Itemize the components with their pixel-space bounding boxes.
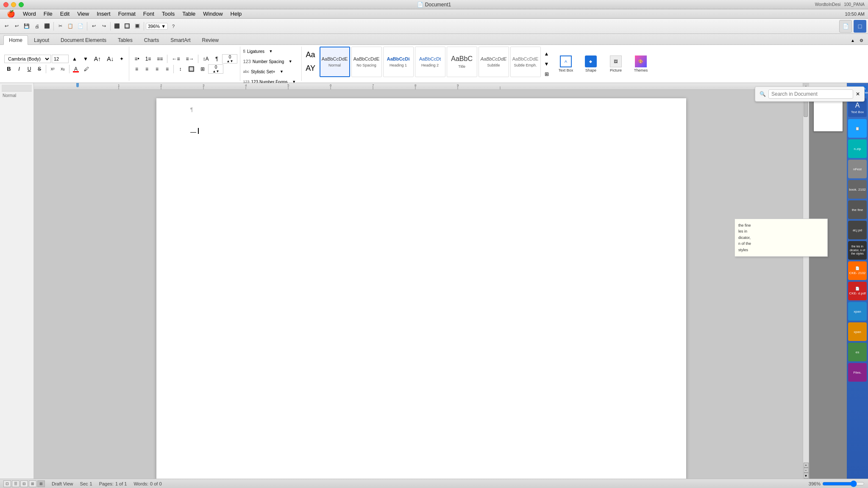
frp-item-xpan2[interactable]: xpan xyxy=(848,322,867,341)
styles-scroll-down[interactable]: ▼ xyxy=(542,59,552,69)
superscript-button[interactable]: X² xyxy=(48,64,57,74)
align-center[interactable]: ≡ xyxy=(142,64,151,74)
toolbar-redo[interactable]: ↪ xyxy=(99,22,108,31)
fullscreen-button[interactable] xyxy=(19,2,24,7)
italic-button[interactable]: I xyxy=(14,64,24,74)
view-btn-4[interactable]: ⊞ xyxy=(29,480,36,487)
menu-file[interactable]: File xyxy=(40,10,56,18)
styles-more[interactable]: ⊞ xyxy=(542,69,552,79)
zoom-display[interactable]: 396% ▼ xyxy=(146,23,168,30)
multilevel-button[interactable]: ≡≡ xyxy=(154,54,165,64)
toolbar-btn-1[interactable]: ↩ xyxy=(2,22,11,31)
zoom-plus[interactable]: + xyxy=(804,463,809,468)
toolbar-help[interactable]: ? xyxy=(169,22,178,31)
toolbar-icon-2[interactable]: □ xyxy=(854,20,866,33)
numbering-button[interactable]: 1≡ xyxy=(143,54,154,64)
minimize-button[interactable] xyxy=(11,2,16,7)
style-title[interactable]: AaBbC Title xyxy=(447,47,477,77)
show-para-button[interactable]: ¶ xyxy=(212,54,221,64)
menu-format[interactable]: Format xyxy=(115,10,139,18)
toolbar-select[interactable]: ⬛ xyxy=(112,22,122,31)
strikethrough-button[interactable]: S xyxy=(35,64,44,74)
ligatures-dropdown[interactable]: ▼ xyxy=(266,47,275,56)
tab-smartart[interactable]: SmartArt xyxy=(165,35,196,44)
change-case-icon2[interactable]: AY xyxy=(304,62,317,75)
frp-item-cke-pdf[interactable]: 📄 CKE- d.pdf xyxy=(848,282,867,300)
scroll-down-btn[interactable]: ▼ xyxy=(804,473,809,479)
view-btn-5[interactable]: ⊠ xyxy=(37,480,45,487)
menu-edit[interactable]: Edit xyxy=(57,10,73,18)
spacing-control-2[interactable]: 0▲▼ xyxy=(208,64,223,74)
toolbar-print[interactable]: 🖨 xyxy=(32,22,42,31)
insert-picture[interactable]: 🖼 Picture xyxy=(604,50,627,78)
toolbar-select3[interactable]: 🔳 xyxy=(133,22,142,31)
frp-item-es[interactable]: es xyxy=(848,343,867,361)
insert-textbox[interactable]: A Text Box xyxy=(554,50,577,78)
toolbar-icon-1[interactable]: 📄 xyxy=(839,20,852,33)
style-normal[interactable]: AaBbCcDdE Normal xyxy=(320,47,350,77)
frp-item-nfest[interactable]: nFest xyxy=(848,160,867,178)
font-size-up[interactable]: ▲ xyxy=(70,54,80,64)
sort-button[interactable]: ↕A xyxy=(200,54,211,64)
menu-window[interactable]: Window xyxy=(200,10,226,18)
menu-word[interactable]: Word xyxy=(19,10,39,18)
style-subtle-emph[interactable]: AaBbCcDdE Subtle Emph. xyxy=(510,47,541,77)
menu-view[interactable]: View xyxy=(74,10,92,18)
style-heading1[interactable]: AaBbCcDi Heading 1 xyxy=(383,47,414,77)
tab-document-elements[interactable]: Document Elements xyxy=(55,35,112,44)
frp-item-1[interactable]: 📋 xyxy=(848,119,867,138)
num-spacing-dropdown[interactable]: ▼ xyxy=(286,57,295,66)
highlight-button[interactable]: 🖊 xyxy=(81,64,92,74)
style-no-spacing[interactable]: AaBbCcDdE No Spacing xyxy=(351,47,382,77)
menu-table[interactable]: Table xyxy=(179,10,199,18)
font-size-input[interactable] xyxy=(52,55,69,63)
align-justify[interactable]: ≡ xyxy=(162,64,172,74)
frp-item-xpan[interactable]: xpan xyxy=(848,302,867,321)
borders-button[interactable]: ⊞ xyxy=(198,64,207,74)
styles-scroll-up[interactable]: ▲ xyxy=(542,49,552,58)
line-spacing[interactable]: ↕ xyxy=(175,64,185,74)
style-subtitle[interactable]: AaBbCcDdE Subtitle xyxy=(479,47,509,77)
tab-home[interactable]: Home xyxy=(3,35,28,45)
toolbar-undo[interactable]: ⬛ xyxy=(42,22,52,31)
bold-button[interactable]: B xyxy=(4,64,14,74)
change-case-icon[interactable]: Aa xyxy=(304,48,317,61)
toolbar-btn-2[interactable]: ↩ xyxy=(12,22,21,31)
font-size-up2[interactable]: A↑ xyxy=(92,54,103,64)
toolbar-cut[interactable]: ✂ xyxy=(56,22,65,31)
font-size-down2[interactable]: A↓ xyxy=(104,54,116,64)
menu-font[interactable]: Font xyxy=(140,10,158,18)
bullets-button[interactable]: ≡• xyxy=(132,54,142,64)
close-button[interactable] xyxy=(3,2,8,7)
ribbon-collapse[interactable]: ▲ xyxy=(849,37,856,44)
view-btn-1[interactable]: ⊡ xyxy=(3,480,11,487)
frp-item-files[interactable]: Files. xyxy=(848,363,867,382)
menu-tools[interactable]: Tools xyxy=(159,10,178,18)
frp-item-book[interactable]: book. 2102 xyxy=(848,180,867,199)
font-family-select[interactable]: Cambria (Body) xyxy=(4,55,51,63)
indent-dec-button[interactable]: ←≡ xyxy=(169,54,182,64)
stylistic-dropdown[interactable]: ▼ xyxy=(277,67,286,76)
toolbar-select2[interactable]: 🔲 xyxy=(122,22,132,31)
search-close-btn[interactable]: ✕ xyxy=(856,91,860,97)
menu-insert[interactable]: Insert xyxy=(93,10,114,18)
shading-button[interactable]: 🔲 xyxy=(186,64,197,74)
tab-review[interactable]: Review xyxy=(196,35,224,44)
view-btn-3[interactable]: ⊟ xyxy=(20,480,28,487)
document-content[interactable]: — xyxy=(190,128,652,135)
change-case-btn[interactable]: Aa AY xyxy=(303,47,318,81)
zoom-minus[interactable]: − xyxy=(804,468,809,473)
frp-item-n-zip[interactable]: n.zip xyxy=(848,139,867,158)
toolbar-paste[interactable]: 📄 xyxy=(76,22,85,31)
scroll-track[interactable] xyxy=(803,96,809,463)
scroll-thumb[interactable] xyxy=(804,100,808,117)
frp-item-cke-2102[interactable]: 📄 CKE- 2102 xyxy=(848,261,867,280)
apple-menu[interactable]: 🍎 xyxy=(3,10,19,18)
clear-format[interactable]: ✦ xyxy=(117,54,126,64)
zoom-slider[interactable] xyxy=(822,480,865,487)
toolbar-undo2[interactable]: ↩ xyxy=(89,22,98,31)
align-right[interactable]: ≡ xyxy=(152,64,161,74)
underline-button[interactable]: U xyxy=(25,64,34,74)
tab-charts[interactable]: Charts xyxy=(139,35,164,44)
align-left[interactable]: ≡ xyxy=(132,64,141,74)
